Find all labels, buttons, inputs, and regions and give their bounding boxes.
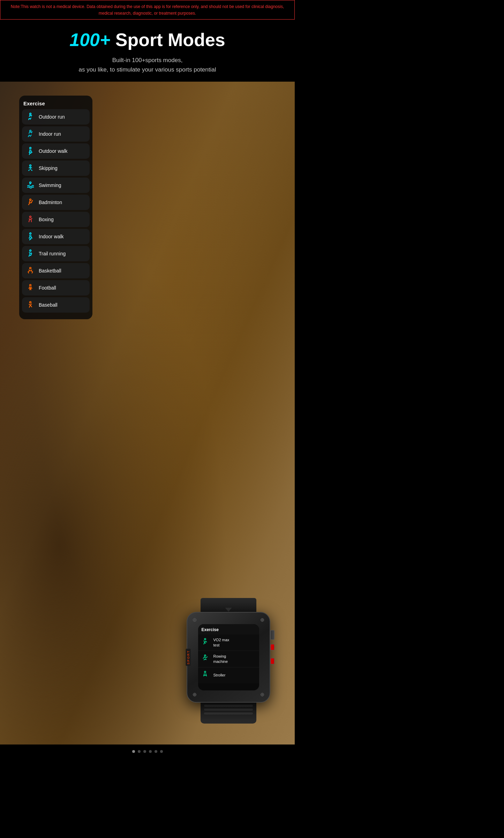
sport-label: SPORT <box>186 649 191 666</box>
exercise-item-icon <box>25 283 35 293</box>
watch-screen-header: Exercise <box>198 624 259 635</box>
watch-item-icon <box>201 670 211 681</box>
watch-screen-item: VO2 max test <box>198 635 259 651</box>
exercise-item-icon <box>25 180 35 190</box>
title-normal: Sport Modes <box>115 30 225 50</box>
watch-screen-item: Stroller <box>198 667 259 683</box>
svg-point-5 <box>30 199 31 200</box>
watch-outer: SPORT Exercise VO2 max testRowing machin… <box>173 598 284 724</box>
exercise-item: Outdoor walk <box>22 143 90 159</box>
watch-screen-title: Exercise <box>202 627 219 632</box>
svg-point-10 <box>30 267 31 269</box>
header-subtitle: Built-in 100+sports modes, as you like, … <box>7 55 288 74</box>
watch-screen-item: Rowing machine <box>198 651 259 667</box>
screw-tr <box>261 618 264 622</box>
watch-btn-mid <box>270 644 274 650</box>
svg-point-8 <box>30 233 31 234</box>
exercise-item-icon <box>25 249 35 259</box>
pagination-dot-2[interactable] <box>138 750 141 753</box>
exercise-item-label: Swimming <box>39 182 61 188</box>
exercise-item: Football <box>22 280 90 295</box>
exercise-item: Indoor walk <box>22 229 90 244</box>
exercise-item-label: Skipping <box>39 165 58 171</box>
warning-banner: Note:This watch is not a medical device.… <box>0 0 295 20</box>
exercise-item: Badminton <box>22 195 90 210</box>
exercise-item-label: Outdoor run <box>39 114 65 120</box>
exercise-item-icon <box>25 232 35 241</box>
warning-text: Note:This watch is not a medical device.… <box>11 4 284 16</box>
exercise-item-icon <box>25 197 35 207</box>
watch-band-top <box>201 598 256 612</box>
svg-point-15 <box>204 671 206 673</box>
exercise-item: Outdoor run <box>22 109 90 125</box>
exercise-item: Trail running <box>22 246 90 261</box>
watch-body: SPORT Exercise VO2 max testRowing machin… <box>187 612 270 703</box>
header-section: 100+ Sport Modes Built-in 100+sports mod… <box>0 20 295 82</box>
svg-point-2 <box>30 147 31 149</box>
watch-item-icon <box>201 637 211 648</box>
svg-line-6 <box>31 200 32 203</box>
svg-point-13 <box>204 638 206 640</box>
svg-point-14 <box>204 655 206 656</box>
exercise-item-label: Badminton <box>39 200 62 205</box>
band-notch-1 <box>204 705 253 707</box>
pagination-dot-4[interactable] <box>149 750 152 753</box>
exercise-item-label: Indoor walk <box>39 234 64 239</box>
pagination-dot-3[interactable] <box>143 750 146 753</box>
screw-br <box>261 693 264 696</box>
exercise-item: Indoor run <box>22 126 90 142</box>
screw-bl <box>193 693 196 696</box>
svg-point-3 <box>30 165 31 166</box>
exercise-item: Swimming <box>22 178 90 193</box>
svg-point-11 <box>30 284 31 286</box>
pagination <box>0 745 295 760</box>
exercise-item: Basketball <box>22 263 90 278</box>
exercise-item-icon <box>25 112 35 122</box>
watch-container: SPORT Exercise VO2 max testRowing machin… <box>173 598 284 724</box>
exercise-item-label: Trail running <box>39 251 66 256</box>
exercise-item: Baseball <box>22 297 90 313</box>
exercise-item-icon <box>25 129 35 139</box>
exercise-item-label: Basketball <box>39 268 61 274</box>
title-highlight: 100+ <box>69 30 110 50</box>
svg-point-7 <box>30 216 31 217</box>
exercise-item-icon <box>25 215 35 224</box>
watch-item-label: Stroller <box>213 673 226 678</box>
exercise-item-icon <box>25 266 35 276</box>
exercise-panel: Exercise Outdoor runIndoor runOutdoor wa… <box>19 96 92 319</box>
watch-screen: Exercise VO2 max testRowing machineStrol… <box>198 624 259 690</box>
svg-point-9 <box>30 250 31 251</box>
pagination-dot-1[interactable] <box>132 750 135 753</box>
exercise-item-label: Boxing <box>39 217 54 222</box>
exercise-item-label: Indoor run <box>39 131 61 137</box>
exercise-item-icon <box>25 163 35 173</box>
exercise-item-label: Football <box>39 285 56 291</box>
watch-item-label: VO2 max test <box>213 637 230 648</box>
panel-title: Exercise <box>22 100 90 106</box>
main-content: Exercise Outdoor runIndoor runOutdoor wa… <box>0 82 295 745</box>
exercise-item-label: Outdoor walk <box>39 148 67 154</box>
watch-btn-bot <box>270 658 274 664</box>
watch-band-bottom <box>201 703 256 724</box>
exercise-list: Outdoor runIndoor runOutdoor walkSkippin… <box>22 109 90 313</box>
screw-tl <box>193 618 196 622</box>
exercise-item-icon <box>25 300 35 310</box>
exercise-item-label: Baseball <box>39 302 58 308</box>
pagination-dot-6[interactable] <box>160 750 163 753</box>
watch-item-label: Rowing machine <box>213 654 228 664</box>
exercise-item: Boxing <box>22 212 90 227</box>
pagination-dot-5[interactable] <box>155 750 157 753</box>
watch-item-icon <box>201 654 211 664</box>
svg-point-12 <box>30 301 31 303</box>
exercise-item: Skipping <box>22 160 90 176</box>
band-notch-3 <box>204 712 253 714</box>
band-notch-2 <box>204 709 253 711</box>
header-title: 100+ Sport Modes <box>7 30 288 50</box>
watch-btn-top <box>270 630 274 640</box>
exercise-item-icon <box>25 146 35 156</box>
watch-items: VO2 max testRowing machineStroller <box>198 635 259 683</box>
